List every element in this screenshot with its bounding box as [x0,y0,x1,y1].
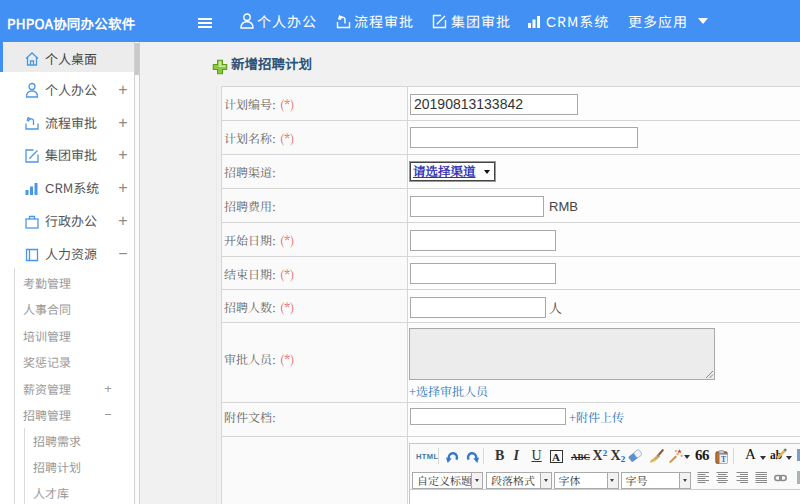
svg-text:T: T [721,454,726,463]
